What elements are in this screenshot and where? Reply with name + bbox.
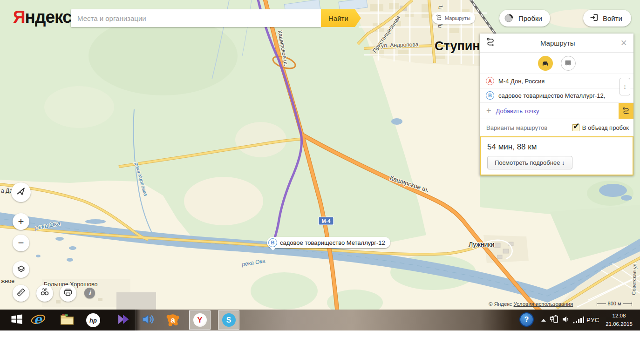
point-b-marker-label: садовое товарищество Металлург-12 (280, 239, 385, 246)
plus-icon: + (486, 107, 491, 115)
street-label: Советская ул. (631, 262, 637, 295)
kmplayer-button[interactable] (116, 313, 130, 328)
point-b-badge: B (268, 238, 277, 247)
plus-icon: + (18, 216, 24, 227)
zoom-out-button[interactable]: − (13, 235, 29, 251)
street-label: ул. Андропова (381, 41, 419, 49)
desktop: М-4 Каширское ш. Каширское ш. Пристанцио… (0, 0, 640, 364)
info-button[interactable]: i (84, 288, 95, 298)
speaker-icon (562, 315, 571, 326)
transport-mode-switch (480, 53, 633, 74)
checkbox-icon: ✓ (572, 124, 579, 131)
close-icon[interactable]: × (620, 38, 628, 48)
battery-icon (549, 314, 559, 326)
tray-time: 12:08 (602, 312, 636, 320)
help-icon: ? (524, 316, 529, 324)
volume-icon (141, 312, 155, 328)
point-a-badge: A (486, 77, 494, 85)
locate-icon (15, 186, 27, 199)
search-input[interactable] (71, 9, 321, 27)
route-variants-label: Варианты маршрутов (486, 124, 547, 131)
internet-explorer-icon: e (31, 312, 46, 329)
swap-icon: ↕ (623, 83, 626, 90)
start-button[interactable] (9, 313, 24, 328)
add-point-row: + Добавить точку (480, 103, 633, 119)
route-options-button[interactable] (619, 103, 633, 119)
add-point-link[interactable]: Добавить точку (496, 108, 539, 115)
language-indicator[interactable]: РУС (586, 317, 599, 324)
point-b-badge: B (486, 91, 494, 100)
tray-arrow-icon[interactable] (541, 319, 546, 322)
search-button[interactable]: Найти (321, 9, 361, 27)
village-label: Лужники (469, 241, 494, 248)
folder-icon (60, 312, 75, 329)
routes-panel: Маршруты × A М-4 Дон, Россия B садовое т… (480, 34, 633, 175)
help-tray-button[interactable]: ? (519, 312, 534, 327)
point-b-map-marker[interactable]: B садовое товарищество Металлург-12 (267, 237, 390, 248)
routes-icon (485, 37, 496, 49)
point-a-input[interactable]: М-4 Дон, Россия (498, 78, 545, 85)
car-mode-button[interactable] (538, 56, 553, 71)
swap-points-button[interactable]: ↕ (620, 78, 630, 95)
ruler-icon (16, 287, 26, 299)
route-result-card[interactable]: 54 мин, 88 км Посмотреть подробнее ↓ (480, 136, 633, 175)
route-details-button[interactable]: Посмотреть подробнее ↓ (487, 156, 572, 169)
copyright-text: © Яндекс (489, 301, 512, 307)
road-shield-m4: М-4 (319, 217, 334, 225)
bus-mode-button[interactable] (561, 56, 576, 71)
panel-title: Маршруты (496, 39, 620, 47)
terms-link[interactable]: Условия использования (514, 301, 573, 307)
login-button[interactable]: Войти (583, 10, 631, 27)
binoculars-icon (40, 287, 50, 299)
routes-icon (436, 14, 443, 22)
svg-text:e: e (34, 312, 43, 326)
traffic-icon (504, 12, 515, 25)
login-icon (589, 13, 599, 24)
yandex-browser-icon: Y (193, 313, 207, 327)
hp-icon: hp (86, 313, 100, 327)
volume-app-button[interactable] (141, 313, 156, 328)
avoid-traffic-checkbox[interactable]: ✓ В объезд пробок (572, 124, 629, 131)
signal-bars-icon (572, 315, 585, 326)
internet-explorer-button[interactable]: e (31, 313, 46, 328)
svg-text:a: a (170, 315, 175, 324)
locate-button[interactable] (11, 182, 31, 202)
avast-icon: a (165, 312, 180, 329)
route-summary: 54 мин, 88 км (487, 142, 626, 152)
yandex-logo[interactable]: Яндекс (13, 7, 72, 27)
routes-panel-header: Маршруты × (480, 34, 633, 53)
point-b-input[interactable]: садовое товарищество Металлург-12, (498, 92, 605, 99)
skype-icon: S (222, 313, 236, 327)
route-variants-row: Варианты маршрутов ✓ В объезд пробок (480, 119, 633, 136)
print-button[interactable] (60, 285, 76, 302)
binoculars-button[interactable] (36, 285, 53, 302)
hp-app-button[interactable]: hp (86, 313, 101, 328)
point-a-row[interactable]: A М-4 Дон, Россия (480, 74, 633, 88)
kmplayer-icon (116, 312, 130, 328)
map-attribution: © Яндекс Условия использования (489, 301, 573, 307)
skype-button[interactable]: S (218, 310, 239, 330)
zoom-in-button[interactable]: + (13, 213, 29, 230)
ruler-button[interactable] (13, 285, 29, 302)
village-label-partial: жное (1, 278, 14, 284)
map-routes-button[interactable]: Маршруты (432, 12, 475, 24)
network-tray-button[interactable] (572, 315, 585, 326)
yandex-browser-button[interactable]: Y (189, 310, 211, 330)
file-explorer-button[interactable] (60, 313, 75, 328)
point-b-row[interactable]: B садовое товарищество Металлург-12, (480, 88, 633, 103)
avast-button[interactable]: a (165, 313, 180, 328)
layers-icon (16, 264, 26, 276)
avoid-traffic-label: В объезд пробок (582, 124, 629, 131)
empty-strip (0, 330, 640, 364)
traffic-button[interactable]: Пробки (499, 10, 550, 27)
speaker-tray-button[interactable] (561, 315, 572, 326)
scale-bar: 800 м (597, 301, 632, 306)
layers-button[interactable] (13, 261, 29, 278)
clock[interactable]: 12:08 21.06.2015 (602, 312, 636, 329)
minus-icon: − (18, 238, 24, 248)
tray-date: 21.06.2015 (602, 320, 636, 329)
windows-icon (10, 312, 24, 328)
printer-icon (63, 287, 73, 299)
scale-label: 800 м (606, 301, 623, 306)
battery-tray-button[interactable] (549, 315, 560, 326)
